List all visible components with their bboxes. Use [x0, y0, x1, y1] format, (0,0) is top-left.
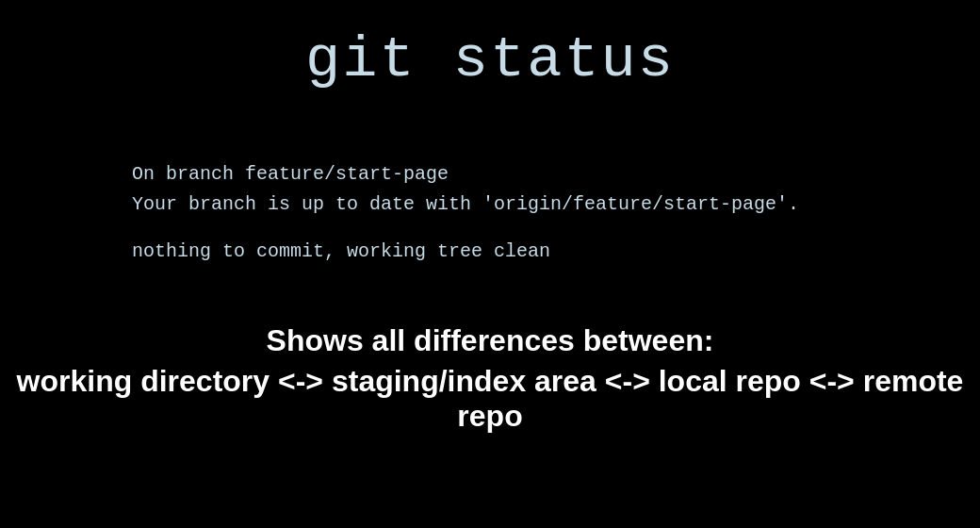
git-line-branch: On branch feature/start-page [132, 159, 799, 190]
shows-line: Shows all differences between: [0, 323, 980, 358]
workflow-line: working directory <-> staging/index area… [0, 364, 980, 434]
description-block: Shows all differences between: working d… [0, 323, 980, 434]
page-title: git status [305, 26, 675, 93]
git-line-uptodate: Your branch is up to date with 'origin/f… [132, 190, 799, 220]
git-line-nothing: nothing to commit, working tree clean [132, 237, 799, 267]
git-output-block: On branch feature/start-page Your branch… [132, 159, 799, 267]
git-line-spacer [132, 220, 799, 237]
